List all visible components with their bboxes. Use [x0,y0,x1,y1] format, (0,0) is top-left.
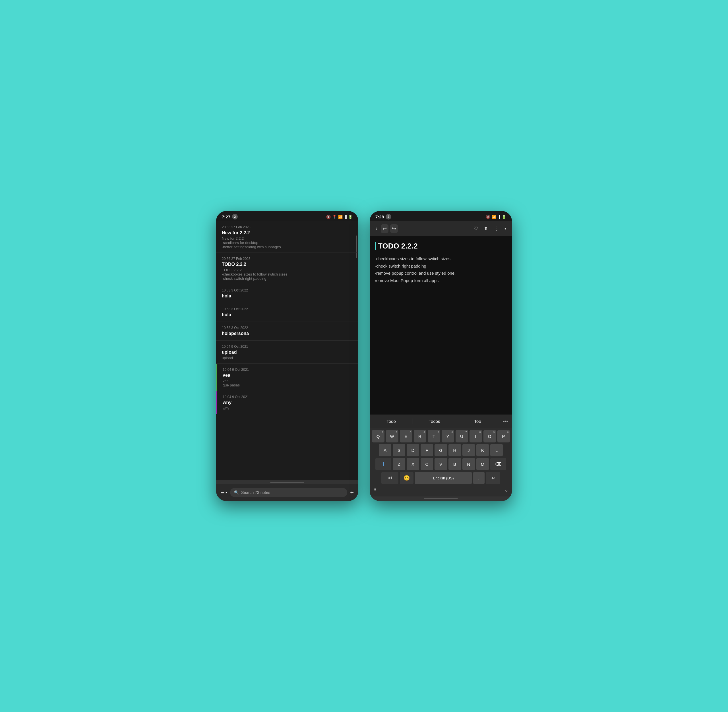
dropdown-button[interactable]: ▾ [503,225,508,232]
key-p[interactable]: P0 [497,430,510,442]
list-item[interactable]: 10:53 3 Oct 2022 hola [216,303,358,322]
note-preview3: -better settingsdialog with subpages [222,245,353,249]
editor-line: -remove popup control and use styled one… [375,270,507,277]
suggestion-todos[interactable]: Todos [413,418,456,425]
menu-button[interactable]: ☰ ▾ [221,490,227,495]
note-timestamp: 20:56 27 Feb 2023 [222,257,353,261]
key-x[interactable]: X [407,458,419,470]
editor-container: 7:28 2 🔇 📶 ▐ 🔋 ‹ ↩ ↪ ♡ ⬆ ⋮ [370,211,512,501]
chevron-down-icon: ▾ [225,491,227,494]
period-key[interactable]: . [473,472,485,484]
suggestion-too[interactable]: Too [456,418,499,425]
share-button[interactable]: ⬆ [482,224,490,233]
key-s[interactable]: S [393,444,405,456]
keyboard-grid-icon[interactable]: ⠿ [373,487,377,493]
note-title: hola [222,294,353,298]
note-timestamp: 20:56 27 Feb 2023 [222,225,353,229]
undo-button[interactable]: ↩ [381,224,388,233]
location-icon: 📍 [332,215,337,219]
symbols-key[interactable]: !#1 [381,472,399,484]
note-timestamp: 10:53 3 Oct 2022 [222,288,353,292]
key-j[interactable]: J [463,444,475,456]
key-a[interactable]: A [379,444,391,456]
editor-content[interactable]: TODO 2.2.2 -checkboxes sizes to follow s… [370,236,512,415]
editor-toolbar: ‹ ↩ ↪ ♡ ⬆ ⋮ ▾ [370,221,512,236]
note-preview2: que pasas [223,383,353,387]
key-i[interactable]: I8 [470,430,482,442]
back-button[interactable]: ‹ [374,224,379,233]
key-h[interactable]: H [448,444,461,456]
note-preview: vea [223,379,353,383]
wifi-icon: 📶 [338,215,343,219]
shift-key[interactable]: ⬆ [375,458,391,470]
space-key[interactable]: English (US) [415,472,472,484]
key-r[interactable]: R4 [414,430,426,442]
key-f[interactable]: F [421,444,433,456]
suggestion-todo[interactable]: Todo [370,418,413,425]
text-cursor [375,242,376,250]
key-g[interactable]: G [434,444,447,456]
note-title: vea [223,373,353,378]
editor-line: -checkboxes sizes to follow swtich sizes [375,255,507,263]
note-title: TODO 2.2.2 [222,262,353,267]
enter-key[interactable]: ↵ [486,472,500,484]
key-d[interactable]: D [407,444,419,456]
note-timestamp: 10:04 9 Oct 2021 [223,368,353,372]
battery-icon-right: 🔋 [502,215,506,219]
key-t[interactable]: T5 [428,430,440,442]
delete-key[interactable]: ⌫ [490,458,506,470]
bottom-bar-right [370,497,512,501]
note-title: holapersona [222,331,353,336]
keyboard-hide-button[interactable]: ⌄ [504,487,509,493]
note-preview2: -scrollbars for desktop [222,240,353,245]
keyboard: Q1 W2 E3 R4 T5 Y6 U7 I8 O9 P0 A S D F [370,428,512,497]
signal-icon: ▐ [344,215,347,219]
key-v[interactable]: V [434,458,447,470]
key-k[interactable]: K [476,444,489,456]
hamburger-icon: ☰ [221,490,225,495]
suggestions-more-button[interactable]: ••• [499,419,512,424]
note-timestamp: 10:53 3 Oct 2022 [222,326,353,330]
list-item[interactable]: 10:53 3 Oct 2022 hola [216,284,358,303]
note-preview3: -check switch right padding [222,276,353,280]
note-preview: New for 2.2.2 [222,236,353,240]
key-m[interactable]: M [476,458,489,470]
notification-badge-right: 2 [385,214,391,220]
key-l[interactable]: L [490,444,503,456]
list-item[interactable]: 10:04 9 Oct 2021 upload upload [216,341,358,364]
key-e[interactable]: E3 [400,430,412,442]
phones-container: 7:27 2 🔇 📍 📶 ▐ 🔋 20:56 27 Feb 2023 New f… [216,211,512,501]
key-u[interactable]: U7 [455,430,468,442]
key-c[interactable]: C [421,458,433,470]
key-n[interactable]: N [463,458,475,470]
emoji-key[interactable]: 😊 [400,472,414,484]
status-icons-right: 🔇 📶 ▐ 🔋 [486,215,506,219]
more-button[interactable]: ⋮ [492,224,501,233]
key-y[interactable]: Y6 [442,430,454,442]
redo-button[interactable]: ↪ [390,224,398,233]
list-item[interactable]: 10:53 3 Oct 2022 holapersona [216,322,358,341]
key-z[interactable]: Z [393,458,405,470]
favorite-button[interactable]: ♡ [472,224,480,233]
key-o[interactable]: O9 [483,430,496,442]
suggestions-bar: Todo Todos Too ••• [370,415,512,428]
list-item[interactable]: 20:56 27 Feb 2023 New for 2.2.2 New for … [216,221,358,253]
add-note-button[interactable]: + [350,489,354,496]
key-b[interactable]: B [448,458,461,470]
note-preview: TODO 2.2.2 [222,268,353,272]
list-item[interactable]: 10:04 9 Oct 2021 vea vea que pasas [216,364,358,391]
keyboard-bottom: ⠿ ⌄ [371,486,511,495]
list-item[interactable]: 20:56 27 Feb 2023 TODO 2.2.2 TODO 2.2.2 … [216,253,358,284]
toolbar-right: ♡ ⬆ ⋮ ▾ [472,224,508,233]
key-w[interactable]: W2 [386,430,399,442]
note-editor-body[interactable]: -checkboxes sizes to follow swtich sizes… [375,255,507,284]
key-q[interactable]: Q1 [372,430,384,442]
keyboard-row-1: Q1 W2 E3 R4 T5 Y6 U7 I8 O9 P0 [371,430,511,442]
keyboard-row-3: ⬆ Z X C V B N M ⌫ [371,458,511,470]
search-icon: 🔍 [234,490,239,495]
status-bar-right: 7:28 2 🔇 📶 ▐ 🔋 [370,211,512,221]
signal-icon-right: ▐ [498,215,500,219]
search-input[interactable]: 🔍 Search 73 notes [230,488,347,497]
wifi-icon-right: 📶 [492,215,496,219]
list-item[interactable]: 10:04 9 Oct 2021 why why [216,391,358,414]
